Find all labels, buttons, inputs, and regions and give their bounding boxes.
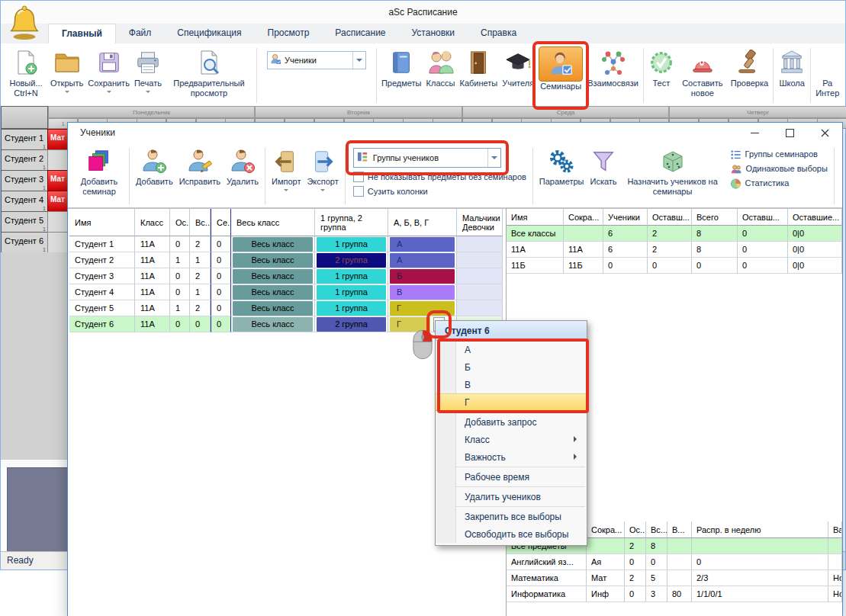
search-button[interactable]: Искать [587, 145, 619, 207]
choice-cell[interactable]: 2 группа [317, 317, 386, 332]
cell-se[interactable]: 0 [211, 268, 231, 284]
ribbon-button-classes[interactable]: Классы [424, 45, 458, 106]
table-row[interactable]: ИнформатикаИнф03801/1/0/1Но [507, 586, 842, 602]
column-header[interactable]: Се... [211, 209, 231, 236]
cell-boys-girls[interactable] [457, 252, 503, 268]
menu-item-Г[interactable]: Г [436, 393, 587, 411]
cell-class[interactable]: 11А [135, 300, 170, 316]
cell-os[interactable]: 1 [170, 300, 190, 316]
minimize-button[interactable] [737, 123, 772, 143]
menu-item-Класс[interactable]: Класс [436, 431, 587, 448]
cell-se[interactable]: 0 [211, 316, 231, 332]
menu-item-Рабочее время[interactable]: Рабочее время [436, 468, 587, 486]
cell-class[interactable]: 11А [135, 316, 170, 332]
cell-vs[interactable]: 1 [190, 284, 211, 300]
column-header[interactable]: В... [667, 521, 692, 538]
column-header[interactable]: Вс... [190, 209, 211, 236]
choice-cell[interactable]: Весь класс [233, 317, 313, 332]
view-selector-combo[interactable]: Ученики [267, 51, 366, 69]
tab-Спецификация[interactable]: Спецификация [164, 24, 254, 43]
choice-cell[interactable]: Весь класс [233, 269, 313, 284]
column-header[interactable]: 1 группа, 2 группа [315, 209, 388, 236]
choice-cell[interactable]: Весь класс [233, 285, 313, 300]
ribbon-button-subjects[interactable]: Предметы [379, 45, 424, 106]
column-header[interactable]: Сокра... [587, 521, 625, 538]
cell-class[interactable]: 11А [135, 284, 170, 300]
hide-subjects-checkbox-row[interactable]: Не показывать предметы без семинаров [353, 172, 526, 182]
dialog-titlebar[interactable]: Ученики [68, 123, 842, 143]
choice-cell[interactable]: 1 группа [317, 237, 386, 252]
table-row[interactable]: 11Б11Б00000|0 [507, 258, 842, 274]
cell-se[interactable]: 0 [211, 252, 231, 268]
choice-cell[interactable]: Весь класс [233, 237, 313, 252]
choice-cell[interactable]: 1 группа [317, 301, 386, 316]
tab-Просмотр[interactable]: Просмотр [255, 24, 323, 43]
table-row[interactable]: Английский яз...Ая000 [507, 554, 842, 570]
column-header[interactable]: Ос... [170, 209, 190, 236]
ribbon-button-check[interactable]: Проверка [729, 45, 770, 106]
menu-item-Освободить все выборы[interactable]: Освободить все выборы [436, 525, 587, 543]
cell-vs[interactable]: 1 [190, 252, 211, 268]
menu-item-Удалить учеников[interactable]: Удалить учеников [436, 488, 587, 505]
column-header[interactable]: Оставш... [738, 209, 788, 226]
timetable-student-row[interactable]: Студент 41 [1, 191, 48, 212]
cell-se[interactable]: 0 [211, 236, 231, 252]
column-header[interactable]: Весь класс [231, 209, 315, 236]
ribbon-button-print[interactable]: Печать [132, 45, 164, 106]
column-header[interactable]: А, Б, В, Г [388, 209, 457, 236]
student-groups-combo[interactable]: Группы учеников [353, 148, 501, 168]
choice-cell[interactable]: 1 группа [317, 285, 386, 300]
cell-se[interactable]: 0 [211, 284, 231, 300]
choice-cell[interactable]: В [390, 285, 455, 300]
ribbon-button-save[interactable]: Сохранить [85, 45, 132, 106]
menu-item-А[interactable]: А [436, 341, 587, 358]
column-header[interactable]: Оставш... [648, 209, 692, 226]
cell-vs[interactable]: 2 [190, 268, 211, 284]
add-student-button[interactable]: Добавить [133, 145, 176, 207]
cell-name[interactable]: Студент 1 [69, 236, 135, 252]
cell-boys-girls[interactable] [457, 300, 503, 316]
cell-se[interactable]: 0 [211, 300, 231, 316]
ribbon-button-seminars[interactable]: Семинары [536, 45, 585, 106]
table-row[interactable]: 11А11А62800|0 [507, 242, 842, 258]
choice-cell[interactable]: Весь класс [233, 301, 313, 316]
column-header[interactable]: Класс [135, 209, 170, 236]
column-header[interactable]: Всего [692, 209, 738, 226]
timetable-student-row[interactable]: Студент 31 [1, 170, 48, 191]
add-seminar-button[interactable]: Добавить семинар [72, 145, 126, 207]
ribbon-button-generate[interactable]: Составить новое [677, 45, 729, 106]
choice-cell[interactable]: Г [390, 301, 455, 316]
ribbon-button-cut[interactable]: Ра Интер [813, 45, 841, 106]
ribbon-button-school[interactable]: Школа [776, 45, 808, 106]
table-row[interactable]: Все классы62800|0 [507, 226, 842, 242]
statistics-button[interactable]: Статистика [730, 178, 828, 189]
combo-dropdown-button[interactable] [352, 52, 365, 69]
menu-item-Закрепить все выборы[interactable]: Закрепить все выборы [436, 508, 587, 525]
narrow-columns-checkbox-row[interactable]: Сузить колонки [353, 186, 526, 197]
ribbon-button-preview[interactable]: Предварительный просмотр [164, 45, 254, 106]
column-header[interactable]: Мальчики Девочки [457, 209, 503, 236]
cell-boys-girls[interactable] [457, 268, 503, 284]
ribbon-button-teachers[interactable]: Учителя [500, 45, 536, 106]
cell-name[interactable]: Студент 2 [69, 252, 135, 268]
ribbon-button-test[interactable]: Тест [646, 45, 677, 106]
cell-os[interactable]: 0 [170, 284, 190, 300]
choice-cell[interactable]: 1 группа [317, 269, 386, 284]
cell-name[interactable]: Студент 6 [69, 316, 135, 332]
cell-name[interactable]: Студент 5 [69, 300, 135, 316]
ribbon-button-rooms[interactable]: Кабинеты [458, 45, 500, 106]
cell-vs[interactable]: 0 [190, 316, 211, 332]
cell-class[interactable]: 11А [135, 268, 170, 284]
cell-class[interactable]: 11А [135, 252, 170, 268]
choice-cell[interactable]: Г [390, 317, 430, 332]
assign-students-button[interactable]: Назначить учеников на семинары [620, 145, 725, 207]
choice-cell[interactable]: Весь класс [233, 253, 313, 268]
delete-student-button[interactable]: Удалить [224, 145, 262, 207]
tab-Главный[interactable]: Главный [48, 24, 116, 43]
narrow-columns-checkbox[interactable] [353, 186, 364, 197]
tab-Расписание[interactable]: Расписание [322, 24, 398, 43]
close-button[interactable] [807, 123, 842, 143]
cell-boys-girls[interactable] [457, 236, 503, 252]
choice-cell[interactable]: А [390, 253, 455, 268]
menu-item-В[interactable]: В [436, 376, 587, 393]
